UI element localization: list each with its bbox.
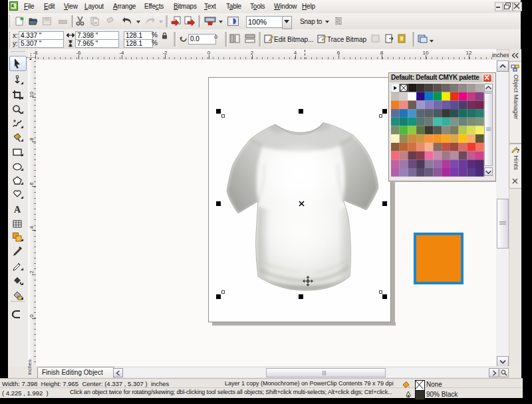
- svg-text:?: ?: [516, 148, 519, 154]
- svg-text:A: A: [14, 205, 21, 215]
